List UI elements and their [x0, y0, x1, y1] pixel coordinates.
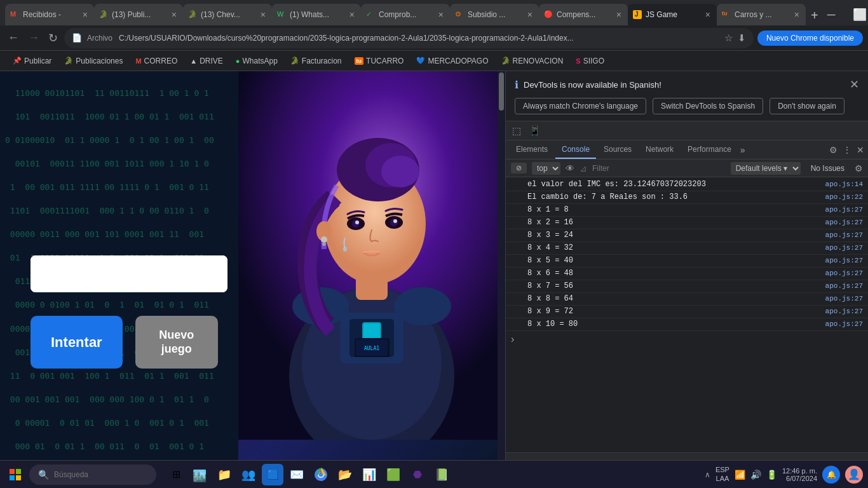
forward-button[interactable]: →: [25, 29, 42, 47]
match-language-button[interactable]: Always match Chrome's language: [515, 98, 646, 114]
tab-compens[interactable]: 🔴 Compens... ×: [539, 4, 628, 25]
eye-icon[interactable]: 👁: [566, 163, 574, 173]
dont-show-again-button[interactable]: Don't show again: [770, 98, 844, 114]
tab-whatsapp[interactable]: W (1) Whats... ×: [272, 4, 361, 25]
bookmark-mercadopago[interactable]: 💙 MERCADOPAGO: [411, 54, 493, 68]
notification-badge[interactable]: 🔔: [822, 466, 840, 484]
tab-subsidio-close[interactable]: ×: [526, 8, 534, 21]
console-line-link[interactable]: apo.js:27: [825, 295, 863, 302]
keyboard-layout-indicator[interactable]: ESP LAA: [715, 466, 729, 482]
console-line-link[interactable]: apo.js:27: [825, 244, 863, 252]
tab-jsgame[interactable]: J JS Game ×: [628, 4, 717, 25]
tab-network[interactable]: Network: [639, 141, 680, 159]
console-line-link[interactable]: apo.js:14: [825, 180, 863, 188]
tab-jsgame-close[interactable]: ×: [704, 8, 712, 21]
tab-subsidio[interactable]: ⚙ Subsidio ... ×: [450, 4, 539, 25]
console-line-link[interactable]: apo.js:27: [825, 282, 863, 290]
tab-pub2-close[interactable]: ×: [259, 8, 267, 21]
scroll-thumb[interactable]: [499, 72, 504, 111]
system-tray-expand[interactable]: ∧: [705, 470, 710, 479]
tab-elements[interactable]: Elements: [510, 141, 554, 159]
address-bar[interactable]: 📄 Archivo C:/Users/USUARIO/Downloads/cur…: [64, 28, 754, 48]
powerpoint-button[interactable]: 📊: [358, 464, 380, 485]
inspector-icon[interactable]: ⬚: [510, 123, 524, 139]
taskview-button[interactable]: ⊞: [165, 464, 187, 485]
excel-button[interactable]: 📗: [431, 464, 452, 485]
console-line-link[interactable]: apo.js:27: [825, 269, 863, 277]
access-button[interactable]: 🟩: [383, 464, 404, 485]
tab-compens-close[interactable]: ×: [615, 8, 623, 21]
chrome-taskbar-button[interactable]: [310, 464, 332, 485]
console-context-select[interactable]: top: [532, 162, 560, 175]
tab-whatsapp-close[interactable]: ×: [348, 8, 356, 21]
device-toggle-icon[interactable]: 📱: [526, 123, 543, 139]
download-icon[interactable]: ⬇: [738, 32, 746, 44]
mail-button[interactable]: ✉️: [286, 464, 308, 485]
new-game-button[interactable]: Nuevo juego: [135, 316, 218, 369]
tab-pub1-close[interactable]: ×: [170, 8, 178, 21]
vertical-scrollbar[interactable]: [498, 71, 505, 475]
tab-pub2[interactable]: 🐊 (13) Chev... ×: [183, 4, 272, 25]
console-expand-arrow[interactable]: ›: [506, 331, 868, 348]
bookmark-drive[interactable]: ▲ DRIVE: [185, 54, 228, 68]
taskbar-search-input[interactable]: [54, 470, 130, 479]
vs-button[interactable]: ⬣: [407, 464, 428, 485]
wifi-icon[interactable]: 📶: [735, 470, 745, 480]
bookmark-publicaciones[interactable]: 🐊 Publicaciones: [59, 54, 128, 68]
console-level-indicator[interactable]: ⊘: [511, 163, 527, 173]
try-button[interactable]: Intentar: [31, 316, 123, 369]
bookmark-siigo[interactable]: S SIIGO: [571, 54, 609, 68]
devtools-close-icon[interactable]: ✕: [857, 145, 864, 155]
console-line-link[interactable]: apo.js:27: [825, 206, 863, 214]
user-avatar[interactable]: 👤: [845, 466, 863, 484]
bookmark-whatsapp[interactable]: ● WhatsApp: [231, 54, 283, 68]
switch-to-spanish-button[interactable]: Switch DevTools to Spanish: [653, 98, 763, 114]
console-line-link[interactable]: apo.js:27: [825, 308, 863, 315]
tab-gmail[interactable]: M Recibidos - ×: [5, 4, 94, 25]
bookmark-publicar[interactable]: 📌 Publicar: [8, 54, 57, 68]
bookmark-correo[interactable]: M CORREO: [130, 54, 182, 68]
tab-carros[interactable]: tu Carros y ... ×: [717, 4, 806, 25]
console-line-link[interactable]: apo.js:22: [825, 193, 863, 201]
console-levels-select[interactable]: Default levels ▾: [731, 162, 801, 175]
tab-compro[interactable]: ✓ Comprob... ×: [361, 4, 450, 25]
console-line-link[interactable]: apo.js:27: [825, 219, 863, 226]
start-button[interactable]: [5, 464, 25, 485]
tab-compro-close[interactable]: ×: [437, 8, 445, 21]
widgets-button[interactable]: 🏙️: [189, 464, 211, 485]
sound-icon[interactable]: 🔊: [750, 470, 761, 480]
tab-carros-close[interactable]: ×: [793, 8, 801, 21]
tab-sources[interactable]: Sources: [597, 141, 638, 159]
settings-icon[interactable]: ⚙: [829, 145, 837, 155]
bookmark-renovacion[interactable]: 🐊 RENOVACION: [496, 54, 569, 68]
minimize-button[interactable]: ─: [824, 7, 839, 23]
store-button[interactable]: 🟦: [262, 464, 283, 485]
bookmark-tucarro[interactable]: tu TUCARRO: [349, 54, 409, 68]
devtools-notif-close[interactable]: ✕: [850, 78, 859, 92]
taskbar-search-box[interactable]: 🔍: [29, 464, 156, 485]
more-tabs-button[interactable]: »: [740, 145, 745, 155]
tab-performance[interactable]: Performance: [681, 141, 738, 159]
system-clock[interactable]: 12:46 p. m. 6/07/2024: [782, 467, 817, 482]
console-line-link[interactable]: apo.js:27: [825, 257, 863, 264]
tab-gmail-close[interactable]: ×: [81, 8, 89, 21]
maximize-button[interactable]: ⬜: [849, 6, 868, 23]
reload-button[interactable]: ↻: [46, 29, 60, 48]
tab-pub1[interactable]: 🐊 (13) Publi... ×: [94, 4, 183, 25]
battery-icon[interactable]: 🔋: [766, 470, 777, 480]
console-filter-input[interactable]: [592, 164, 726, 173]
folder-button[interactable]: 📂: [334, 464, 356, 485]
devtools-menu-icon[interactable]: ⋮: [843, 145, 851, 155]
chrome-update-button[interactable]: Nuevo Chrome disponible: [757, 30, 863, 46]
console-line-link[interactable]: apo.js:27: [825, 231, 863, 239]
tab-console[interactable]: Console: [555, 141, 596, 159]
bookmark-facturacion[interactable]: 🐊 Facturacion: [285, 54, 347, 68]
game-answer-input[interactable]: [31, 255, 227, 292]
bookmark-star-icon[interactable]: ☆: [724, 32, 733, 44]
issues-settings-icon[interactable]: ⚙: [855, 163, 863, 173]
file-explorer-button[interactable]: 📁: [214, 464, 235, 485]
teams-button[interactable]: 👥: [238, 464, 259, 485]
new-tab-button[interactable]: +: [806, 6, 824, 25]
console-line-link[interactable]: apo.js:27: [825, 320, 863, 328]
back-button[interactable]: ←: [5, 29, 22, 47]
